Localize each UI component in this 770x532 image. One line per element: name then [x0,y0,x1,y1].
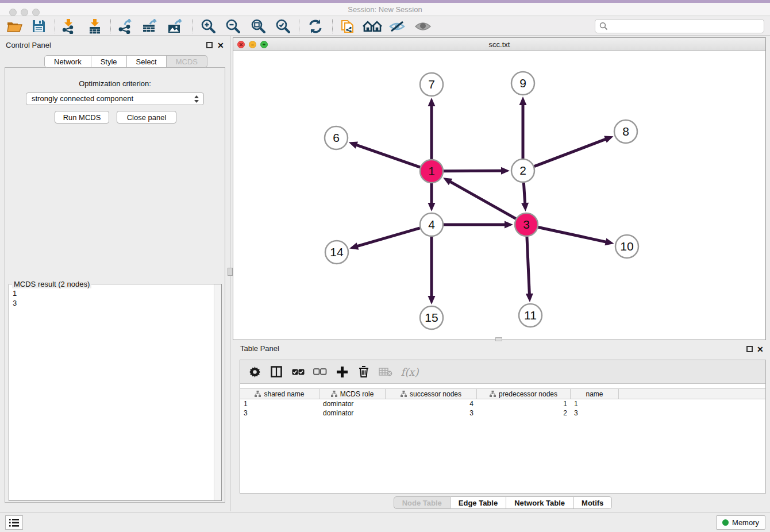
search-input[interactable] [611,22,764,30]
zoom-out-button[interactable] [223,18,242,34]
edge-1-2[interactable] [444,171,503,171]
edge-2-8[interactable] [534,138,607,166]
mcds-result-scrollbar[interactable] [214,284,221,500]
table-settings-button[interactable] [244,363,265,380]
control-panel-close-button[interactable]: ✕ [217,41,224,50]
search-field[interactable] [595,19,764,33]
export-image-button[interactable] [165,18,185,34]
table-select-all-button[interactable] [287,363,309,380]
column-header-successor-nodes[interactable]: successor nodes [386,389,477,399]
graph-node-label: 4 [428,218,435,231]
table-cell[interactable]: dominator [319,399,386,408]
show-graphics-details-button[interactable] [413,18,433,34]
table-deselect-all-button[interactable] [309,363,331,380]
edge-arrowhead [501,167,510,175]
vertical-splitter-handle[interactable] [228,268,233,276]
network-window-title: scc.txt [233,40,765,49]
refresh-button[interactable] [306,18,325,34]
table-cell[interactable]: dominator [319,408,386,418]
toolbar-separator [110,19,111,33]
edge-arrowhead [505,221,513,229]
edge-3-11[interactable] [527,237,530,295]
table-row[interactable]: 1dominator411 [240,399,765,408]
table-cell[interactable]: 1 [477,399,571,408]
edge-3-10[interactable] [538,227,607,242]
run-mcds-button[interactable]: Run MCDS [55,111,109,124]
edge-3-1[interactable] [449,181,515,219]
table-cell[interactable]: 3 [386,408,477,418]
table-delete-table-button[interactable] [375,363,396,380]
export-network-button[interactable] [116,18,135,34]
home-button[interactable] [363,18,382,34]
import-table-button[interactable] [85,18,105,34]
control-tab-mcds[interactable]: MCDS [167,55,207,68]
table-cell[interactable]: 3 [240,408,319,418]
control-tab-select[interactable]: Select [127,55,167,68]
node-table[interactable]: shared nameMCDS rolesuccessor nodesprede… [240,388,765,418]
table-cell[interactable]: 1 [240,399,319,408]
list-icon [9,519,19,527]
table-function-builder-button[interactable]: f(x) [396,363,423,380]
network-canvas[interactable]: 7968124314101511 [233,51,765,340]
table-tabs-band: Node TableEdge TableNetwork TableMotifs [240,494,766,511]
import-network-button[interactable] [59,18,78,34]
close-panel-button[interactable]: Close panel [117,111,176,124]
main-toolbar [0,17,770,36]
network-view-window: ✕ − + scc.txt 7968124314101511 [233,37,766,340]
window-title: Session: New Session [0,5,770,14]
eye-icon [414,21,432,32]
mcds-result-text[interactable]: 1 3 [9,286,214,500]
table-split-view-button[interactable] [265,363,287,380]
control-panel-float-button[interactable] [206,42,213,48]
table-cell[interactable]: 1 [571,399,619,408]
table-cell[interactable]: 3 [571,408,619,418]
node-table-frame: f(x) shared nameMCDS rolesuccessor nodes… [240,360,766,494]
table-tab-motifs[interactable]: Motifs [573,496,612,509]
table-delete-column-button[interactable] [353,363,375,380]
memory-button[interactable]: Memory [716,515,765,530]
save-session-button[interactable] [29,18,48,34]
table-tab-network-table[interactable]: Network Table [506,496,573,509]
column-header-predecessor-nodes[interactable]: predecessor nodes [477,389,571,399]
export-network-icon [118,19,133,34]
horizontal-splitter-handle[interactable] [495,337,502,341]
table-cell[interactable]: 4 [386,399,477,408]
zoom-selected-icon [275,19,290,34]
select-stepper-icon [194,95,199,103]
optimization-criterion-select[interactable]: strongly connected component [26,92,204,105]
delete-table-icon [379,367,392,376]
zoom-fit-button[interactable] [248,18,268,34]
toolbar-separator [332,19,333,33]
zoom-selected-button[interactable] [273,18,292,34]
table-row[interactable]: 3dominator323 [240,408,765,418]
column-header-shared-name[interactable]: shared name [240,389,319,399]
zoom-out-icon [225,19,240,34]
zoom-in-button[interactable] [198,18,218,34]
network-window-titlebar[interactable]: ✕ − + scc.txt [233,38,765,51]
plus-icon [337,367,348,377]
table-tab-edge-table[interactable]: Edge Table [451,496,506,509]
export-table-button[interactable] [140,18,160,34]
table-tab-node-table[interactable]: Node Table [394,496,451,509]
task-history-button[interactable] [5,515,23,530]
edge-arrowhead [349,242,359,249]
edge-1-6[interactable] [355,145,420,168]
attribute-tree-icon [255,391,261,397]
control-tab-style[interactable]: Style [91,55,127,68]
edge-4-14[interactable] [356,228,420,246]
table-add-column-button[interactable] [331,363,353,380]
table-cell[interactable]: 2 [477,408,571,418]
column-header-MCDS-role[interactable]: MCDS role [319,389,386,399]
control-tab-network[interactable]: Network [44,55,91,68]
hide-graphics-details-button[interactable] [387,18,407,34]
edge-arrowhead [604,136,613,142]
edge-arrowhead [428,296,436,304]
attribute-tree-icon [490,391,496,397]
edge-2-3[interactable] [523,183,525,205]
table-panel-float-button[interactable] [746,346,753,352]
table-panel-close-button[interactable]: ✕ [757,345,764,354]
open-session-button[interactable] [5,18,24,34]
clone-network-button[interactable] [338,18,357,34]
column-header-name[interactable]: name [571,389,619,399]
import-network-icon [61,19,75,34]
